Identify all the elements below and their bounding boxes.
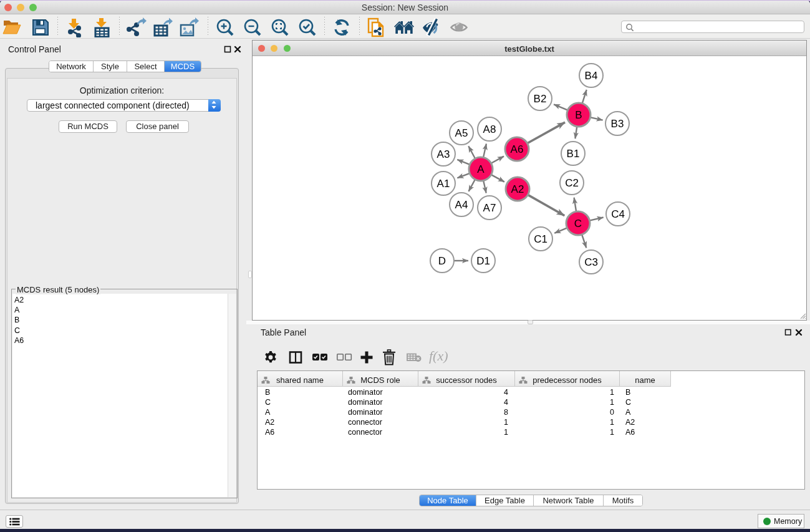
svg-text:A1: A1 (437, 178, 450, 190)
svg-text:B4: B4 (585, 70, 598, 82)
svg-text:A4: A4 (455, 199, 468, 211)
svg-text:B: B (575, 109, 582, 121)
svg-text:A: A (477, 163, 485, 175)
svg-text:A7: A7 (483, 202, 496, 214)
svg-text:A3: A3 (437, 148, 450, 160)
svg-text:A6: A6 (511, 143, 524, 155)
svg-text:A8: A8 (483, 123, 496, 135)
svg-text:C: C (574, 218, 582, 230)
svg-text:C4: C4 (611, 208, 625, 220)
svg-text:A2: A2 (511, 183, 524, 195)
svg-text:B3: B3 (611, 118, 624, 130)
svg-text:B2: B2 (534, 93, 547, 105)
svg-text:C1: C1 (534, 233, 547, 245)
svg-text:B1: B1 (567, 148, 580, 160)
svg-text:C2: C2 (565, 177, 579, 189)
svg-text:D1: D1 (476, 255, 490, 267)
svg-text:D: D (438, 255, 446, 267)
svg-text:C3: C3 (584, 256, 598, 268)
svg-text:A5: A5 (455, 127, 468, 139)
